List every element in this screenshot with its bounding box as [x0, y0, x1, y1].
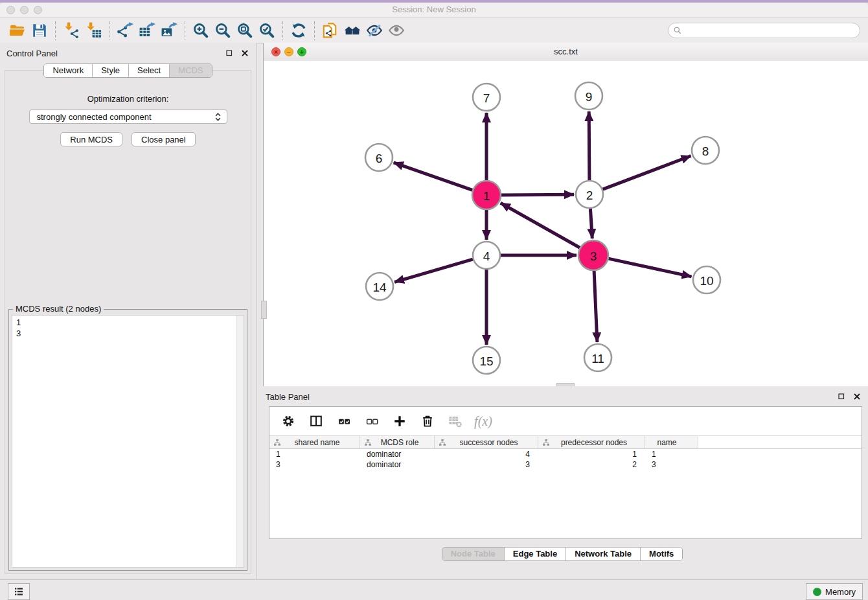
export-network-icon	[117, 22, 133, 39]
close-table-panel-icon[interactable]	[852, 391, 862, 401]
graph-edge-3-10[interactable]	[609, 259, 692, 277]
tab-motifs[interactable]: Motifs	[640, 548, 682, 560]
delete-column-button[interactable]	[415, 410, 440, 433]
column-header-successor-nodes[interactable]: successor nodes	[435, 436, 538, 448]
graph-node-7[interactable]: 7	[473, 84, 500, 111]
tab-network-table[interactable]: Network Table	[565, 548, 640, 560]
graph-edge-2-8[interactable]	[603, 156, 691, 190]
zoom-out-button[interactable]	[212, 20, 234, 41]
network-canvas[interactable]: 7968124314101511	[264, 61, 868, 386]
table-options-gear-button[interactable]	[276, 410, 301, 433]
graph-edge-3-1[interactable]	[501, 203, 580, 248]
graph-node-6[interactable]: 6	[365, 144, 393, 171]
column-header-name[interactable]: name	[645, 436, 698, 448]
column-tree-icon	[542, 439, 550, 446]
table-cell[interactable]: 3	[645, 459, 698, 470]
svg-text:1: 1	[483, 189, 490, 203]
table-cell[interactable]: 3	[435, 459, 538, 470]
save-session-button[interactable]	[29, 20, 51, 41]
select-all-checkboxes-icon	[337, 415, 351, 428]
export-network-button[interactable]	[114, 20, 136, 41]
tab-mcds[interactable]: MCDS	[169, 64, 211, 77]
table-cell[interactable]: dominator	[360, 449, 435, 459]
graph-edge-1-6[interactable]	[394, 163, 473, 190]
tab-style[interactable]: Style	[92, 64, 128, 77]
import-table-button[interactable]	[82, 20, 104, 41]
graph-node-15[interactable]: 15	[473, 347, 500, 374]
task-history-button[interactable]	[8, 583, 30, 600]
criterion-dropdown[interactable]: strongly connected component	[29, 110, 227, 124]
column-header-label: shared name	[284, 438, 360, 447]
graph-node-1[interactable]: 1	[472, 181, 501, 209]
network-window-titlebar[interactable]: × − + scc.txt	[264, 43, 868, 62]
close-panel-icon[interactable]	[240, 48, 249, 58]
graph-node-3[interactable]: 3	[578, 240, 608, 270]
tab-node-table[interactable]: Node Table	[442, 548, 504, 560]
home-view-button[interactable]	[341, 20, 363, 41]
table-cell[interactable]: 2	[538, 459, 645, 470]
graph-node-2[interactable]: 2	[576, 181, 603, 208]
mcds-result-line: 3	[16, 328, 240, 339]
column-header-label: MCDS role	[374, 438, 434, 447]
mcds-panel-body: Optimization criterion: strongly connect…	[5, 70, 251, 574]
search-box[interactable]	[668, 23, 860, 38]
tab-network[interactable]: Network	[44, 64, 92, 77]
hide-panel-eye-button[interactable]	[363, 20, 385, 41]
column-header-MCDS-role[interactable]: MCDS role	[360, 436, 435, 448]
mcds-result-textarea[interactable]: 13	[12, 315, 244, 568]
graph-node-14[interactable]: 14	[366, 273, 393, 300]
app-titlebar[interactable]: Session: New Session	[0, 3, 868, 18]
table-row[interactable]: 1dominator411	[269, 449, 862, 459]
import-network-button[interactable]	[60, 20, 82, 41]
open-folder-button[interactable]	[6, 20, 29, 41]
table-cell[interactable]: 1	[269, 449, 360, 459]
graph-edge-1-2[interactable]	[501, 194, 574, 195]
table-cell[interactable]: 4	[435, 449, 538, 459]
memory-button[interactable]: Memory	[806, 583, 863, 600]
select-all-checkboxes-button[interactable]	[332, 410, 356, 433]
column-header-shared-name[interactable]: shared name	[269, 436, 360, 448]
graph-node-8[interactable]: 8	[692, 137, 719, 164]
float-panel-icon[interactable]	[224, 48, 234, 58]
table-cell[interactable]: 1	[645, 449, 698, 459]
table-cell[interactable]: 1	[538, 449, 645, 459]
column-header-label: name	[645, 438, 698, 447]
run-mcds-button[interactable]: Run MCDS	[60, 132, 122, 146]
graph-node-11[interactable]: 11	[584, 344, 611, 371]
panel-splitter-grip[interactable]	[261, 301, 267, 319]
tab-select[interactable]: Select	[128, 64, 169, 77]
close-panel-button[interactable]: Close panel	[131, 132, 196, 146]
apply-layout-refresh-button[interactable]	[288, 20, 310, 41]
export-image-button[interactable]	[158, 20, 180, 41]
graph-node-9[interactable]: 9	[575, 82, 602, 110]
table-row[interactable]: 3dominator323	[269, 459, 862, 470]
column-header-predecessor-nodes[interactable]: predecessor nodes	[538, 436, 645, 448]
table-cell[interactable]: dominator	[360, 459, 435, 470]
result-scrollbar[interactable]	[236, 316, 244, 567]
show-eye-button[interactable]	[385, 20, 407, 41]
graph-edge-2-3[interactable]	[590, 209, 592, 238]
graph-edge-2-9[interactable]	[589, 111, 589, 180]
zoom-selected-button[interactable]	[256, 20, 278, 41]
graph-edge-3-11[interactable]	[594, 271, 597, 342]
float-table-panel-icon[interactable]	[836, 391, 846, 401]
export-table-button[interactable]	[136, 20, 158, 41]
zoom-in-button[interactable]	[190, 20, 212, 41]
show-columns-button[interactable]	[304, 410, 328, 433]
tab-edge-table[interactable]: Edge Table	[504, 548, 565, 560]
graph-node-4[interactable]: 4	[473, 242, 500, 269]
zoom-fit-button[interactable]	[234, 20, 256, 41]
zoom-selected-icon	[258, 22, 275, 39]
control-panel-tabs: NetworkStyleSelectMCDS	[43, 63, 212, 78]
new-network-from-file-button[interactable]	[319, 20, 341, 41]
graph-node-10[interactable]: 10	[693, 266, 720, 294]
graph-edge-4-14[interactable]	[394, 259, 473, 282]
search-input[interactable]	[682, 24, 860, 37]
home-view-icon	[344, 22, 361, 39]
deselect-all-checkboxes-button[interactable]	[360, 410, 384, 433]
add-column-button[interactable]	[387, 410, 412, 433]
table-cell[interactable]: 3	[269, 459, 360, 470]
memory-status-icon	[813, 588, 821, 596]
table-toolbar: f(x)	[269, 407, 862, 435]
svg-text:14: 14	[372, 281, 387, 294]
